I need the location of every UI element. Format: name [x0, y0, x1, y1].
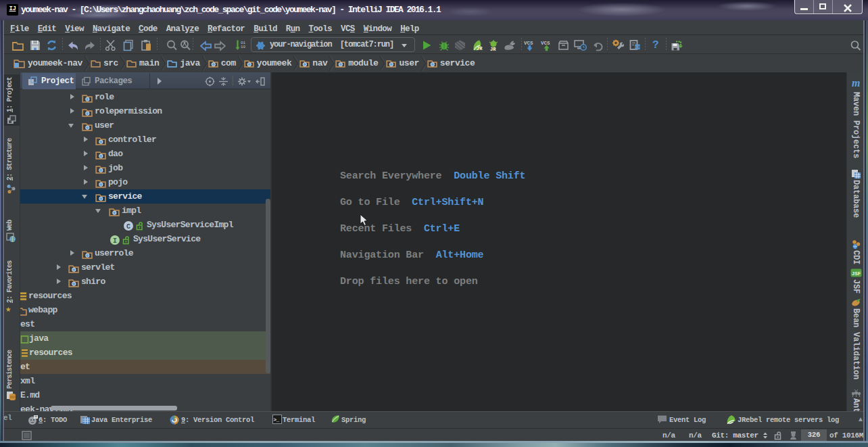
- svg-text:C: C: [126, 222, 130, 230]
- svg-text:I: I: [113, 237, 117, 244]
- svg-text:10: 10: [241, 44, 246, 49]
- svg-text:JR: JR: [490, 46, 496, 51]
- svg-text:VCS: VCS: [541, 40, 550, 45]
- svg-text:VCS: VCS: [524, 40, 533, 45]
- svg-text:>_: >_: [274, 417, 280, 423]
- svg-text:JR: JR: [477, 46, 483, 51]
- svg-text:JSF: JSF: [852, 271, 861, 277]
